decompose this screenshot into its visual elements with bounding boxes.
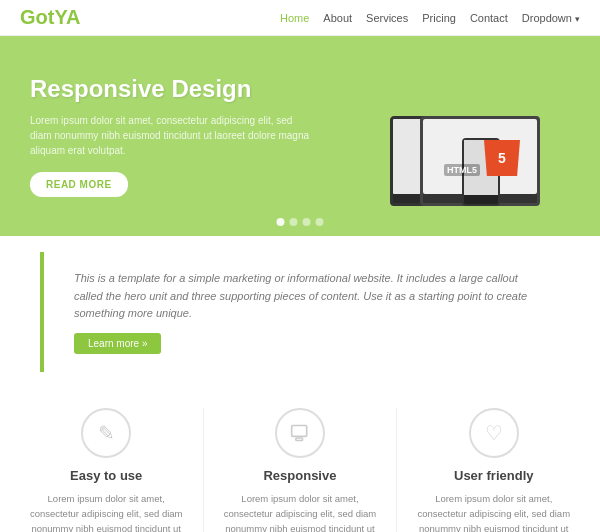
brand-prefix: Got — [20, 6, 54, 28]
features-section: ✎ Easy to use Lorem ipsum dolor sit amet… — [0, 388, 600, 532]
carousel-dot-1[interactable] — [277, 218, 285, 226]
hero-read-more-button[interactable]: READ MORE — [30, 172, 128, 197]
feature-responsive: Responsive Lorem ipsum dolor sit amet, c… — [220, 408, 380, 532]
hero-content: Responsive Design Lorem ipsum dolor sit … — [30, 75, 310, 197]
svg-rect-0 — [292, 425, 307, 436]
user-friendly-icon: ♡ — [469, 408, 519, 458]
carousel-dot-4[interactable] — [316, 218, 324, 226]
feature-divider-1 — [203, 408, 204, 532]
feature-easy-to-use: ✎ Easy to use Lorem ipsum dolor sit amet… — [26, 408, 186, 532]
nav-dropdown[interactable]: Dropdown ▾ — [522, 12, 580, 24]
callout-learn-more-button[interactable]: Learn more » — [74, 333, 161, 354]
hero-section: Responsive Design Lorem ipsum dolor sit … — [0, 36, 600, 236]
nav-about[interactable]: About — [323, 12, 352, 24]
nav-contact[interactable]: Contact — [470, 12, 508, 24]
carousel-dot-2[interactable] — [290, 218, 298, 226]
nav-pricing[interactable]: Pricing — [422, 12, 456, 24]
feature-responsive-title: Responsive — [220, 468, 380, 483]
feature-user-friendly: ♡ User friendly Lorem ipsum dolor sit am… — [414, 408, 574, 532]
feature-easy-title: Easy to use — [26, 468, 186, 483]
nav-services[interactable]: Services — [366, 12, 408, 24]
hero-title: Responsive Design — [30, 75, 310, 103]
nav-links: Home About Services Pricing Contact Drop… — [280, 11, 580, 25]
brand-logo[interactable]: GotYA — [20, 6, 80, 29]
callout-box: This is a template for a simple marketin… — [40, 252, 560, 372]
hero-description: Lorem ipsum dolor sit amet, consectetur … — [30, 113, 310, 158]
easy-to-use-icon: ✎ — [81, 408, 131, 458]
responsive-icon — [275, 408, 325, 458]
feature-user-friendly-title: User friendly — [414, 468, 574, 483]
dropdown-arrow-icon: ▾ — [575, 14, 580, 24]
html5-badge: 5 — [484, 140, 520, 176]
hero-devices: HTML5 5 — [330, 46, 580, 226]
feature-responsive-text: Lorem ipsum dolor sit amet, consectetur … — [220, 491, 380, 532]
callout-section: This is a template for a simple marketin… — [20, 252, 580, 372]
feature-divider-2 — [396, 408, 397, 532]
feature-easy-text: Lorem ipsum dolor sit amet, consectetur … — [26, 491, 186, 532]
brand-suffix: YA — [54, 6, 80, 28]
navbar: GotYA Home About Services Pricing Contac… — [0, 0, 600, 36]
callout-text: This is a template for a simple marketin… — [74, 270, 530, 323]
carousel-dot-3[interactable] — [303, 218, 311, 226]
feature-user-friendly-text: Lorem ipsum dolor sit amet, consectetur … — [414, 491, 574, 532]
svg-rect-1 — [296, 438, 303, 441]
hero-carousel-dots — [277, 218, 324, 226]
html5-label: HTML5 — [444, 164, 480, 176]
nav-home[interactable]: Home — [280, 12, 309, 24]
